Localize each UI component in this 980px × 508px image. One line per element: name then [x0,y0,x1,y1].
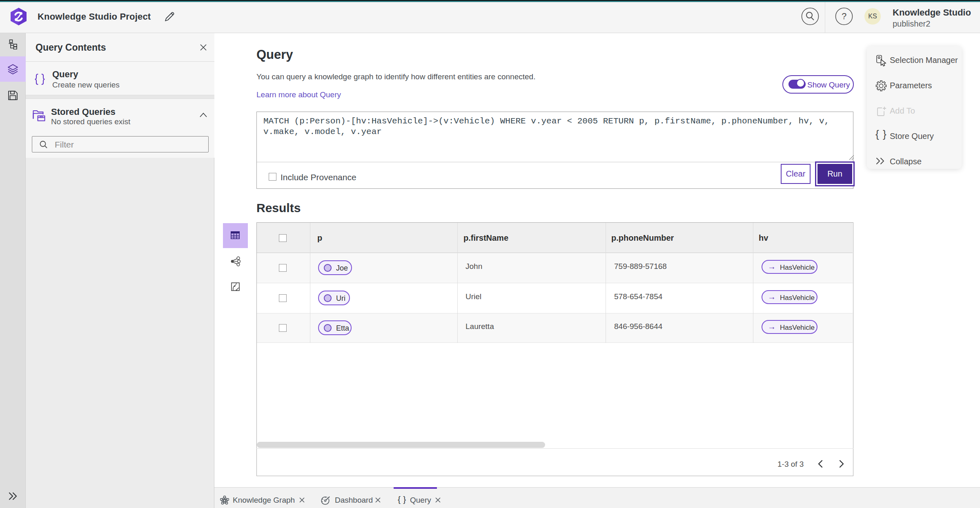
svg-text:?: ? [842,11,846,21]
